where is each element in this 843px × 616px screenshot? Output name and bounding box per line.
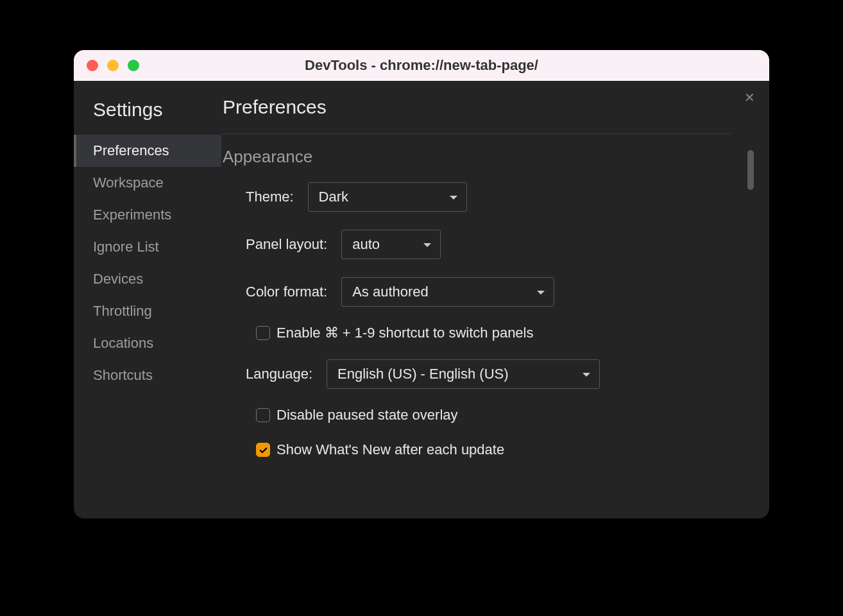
traffic-lights bbox=[74, 60, 139, 71]
sidebar-item-locations[interactable]: Locations bbox=[74, 327, 221, 359]
color-format-row: Color format: As authored bbox=[246, 277, 756, 307]
disable-overlay-label: Disable paused state overlay bbox=[277, 407, 458, 424]
theme-label: Theme: bbox=[246, 189, 294, 205]
sidebar-item-label: Throttling bbox=[93, 303, 152, 319]
window-close-button[interactable] bbox=[87, 60, 98, 71]
theme-value: Dark bbox=[319, 189, 348, 205]
show-whats-new-checkbox[interactable] bbox=[256, 443, 270, 457]
show-whats-new-checkbox-row[interactable]: Show What's New after each update bbox=[256, 441, 756, 458]
sidebar-item-label: Devices bbox=[93, 271, 143, 287]
sidebar-item-shortcuts[interactable]: Shortcuts bbox=[74, 359, 221, 391]
panel-layout-value: auto bbox=[352, 236, 380, 253]
panel-layout-select[interactable]: auto bbox=[341, 230, 441, 259]
color-format-label: Color format: bbox=[246, 284, 327, 300]
panel-layout-row: Panel layout: auto bbox=[246, 230, 756, 259]
language-select[interactable]: English (US) - English (US) bbox=[327, 359, 600, 389]
disable-overlay-checkbox-row[interactable]: Disable paused state overlay bbox=[256, 407, 756, 424]
enable-shortcut-label: Enable ⌘ + 1-9 shortcut to switch panels bbox=[277, 325, 534, 341]
devtools-settings-window: DevTools - chrome://new-tab-page/ ✕ Sett… bbox=[74, 50, 769, 518]
sidebar-item-ignore-list[interactable]: Ignore List bbox=[74, 231, 221, 263]
panel-layout-label: Panel layout: bbox=[246, 236, 327, 253]
scrollbar-thumb[interactable] bbox=[747, 150, 754, 190]
color-format-value: As authored bbox=[352, 284, 429, 300]
enable-shortcut-checkbox[interactable] bbox=[256, 326, 270, 340]
sidebar-item-label: Ignore List bbox=[93, 239, 159, 255]
theme-select[interactable]: Dark bbox=[308, 182, 467, 212]
sidebar: Settings Preferences Workspace Experimen… bbox=[74, 81, 221, 518]
sidebar-item-experiments[interactable]: Experiments bbox=[74, 199, 221, 231]
sidebar-item-label: Experiments bbox=[93, 207, 171, 223]
checkmark-icon bbox=[259, 445, 268, 455]
language-row: Language: English (US) - English (US) bbox=[246, 359, 756, 389]
scroll-area[interactable]: Appearance Theme: Dark Panel layout: aut… bbox=[221, 134, 756, 518]
sidebar-item-label: Locations bbox=[93, 335, 153, 351]
enable-shortcut-checkbox-row[interactable]: Enable ⌘ + 1-9 shortcut to switch panels bbox=[256, 325, 756, 341]
disable-overlay-checkbox[interactable] bbox=[256, 408, 270, 422]
language-value: English (US) - English (US) bbox=[337, 366, 509, 382]
section-appearance: Appearance bbox=[223, 147, 756, 167]
titlebar: DevTools - chrome://new-tab-page/ bbox=[74, 50, 769, 81]
sidebar-item-workspace[interactable]: Workspace bbox=[74, 167, 221, 199]
sidebar-item-label: Shortcuts bbox=[93, 367, 153, 383]
language-label: Language: bbox=[246, 366, 312, 382]
sidebar-item-devices[interactable]: Devices bbox=[74, 263, 221, 295]
sidebar-item-label: Preferences bbox=[93, 142, 169, 158]
window-minimize-button[interactable] bbox=[107, 60, 119, 71]
window-zoom-button[interactable] bbox=[128, 60, 139, 71]
sidebar-item-label: Workspace bbox=[93, 175, 164, 191]
main-panel: Preferences Appearance Theme: Dark Panel… bbox=[221, 81, 769, 518]
sidebar-title: Settings bbox=[74, 96, 221, 135]
color-format-select[interactable]: As authored bbox=[341, 277, 554, 307]
window-title: DevTools - chrome://new-tab-page/ bbox=[74, 57, 769, 74]
theme-row: Theme: Dark bbox=[246, 182, 756, 212]
page-title: Preferences bbox=[223, 96, 769, 118]
content: ✕ Settings Preferences Workspace Experim… bbox=[74, 81, 769, 518]
sidebar-item-preferences[interactable]: Preferences bbox=[74, 135, 221, 167]
show-whats-new-label: Show What's New after each update bbox=[277, 441, 504, 458]
sidebar-item-throttling[interactable]: Throttling bbox=[74, 295, 221, 327]
